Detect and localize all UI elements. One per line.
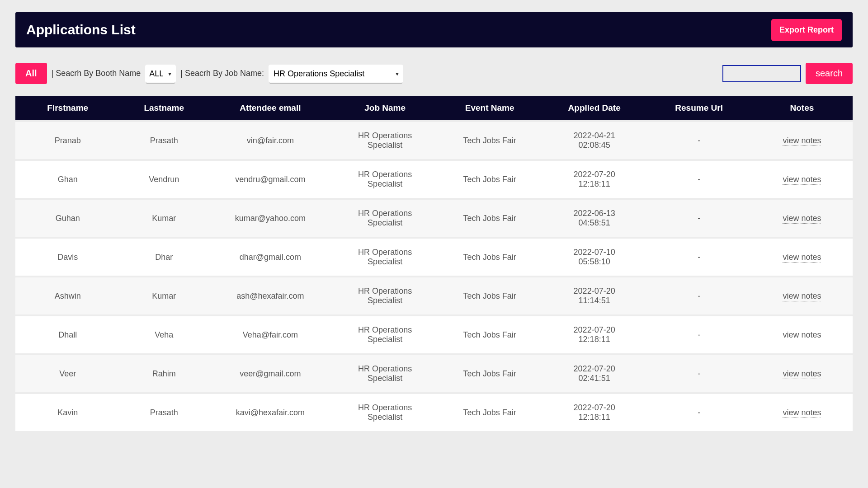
- booth-select[interactable]: ALL: [145, 65, 176, 83]
- cell-applied-date: 2022-07-2012:18:11: [542, 161, 647, 198]
- cell-email: Veha@fair.com: [208, 316, 333, 353]
- col-notes: Notes: [751, 96, 853, 120]
- job-filter-label: | Seacrh By Job Name:: [180, 69, 264, 78]
- table-row: KavinPrasathkavi@hexafair.comHR Operatio…: [15, 394, 853, 431]
- cell-resume-url: -: [646, 355, 751, 392]
- cell-firstname: Ashwin: [15, 277, 120, 314]
- col-firstname: Firstname: [15, 96, 120, 120]
- col-applied-date: Applied Date: [542, 96, 647, 120]
- table-row: GhanVendrunvendru@gmail.comHR Operations…: [15, 161, 853, 198]
- cell-lastname: Rahim: [120, 355, 208, 392]
- view-notes-link[interactable]: view notes: [783, 175, 821, 185]
- table-row: VeerRahimveer@gmail.comHR OperationsSpec…: [15, 355, 853, 392]
- booth-select-wrap: ALL ▾: [145, 65, 176, 83]
- view-notes-link[interactable]: view notes: [783, 253, 821, 263]
- cell-event-name: Tech Jobs Fair: [437, 394, 542, 431]
- cell-job-name: HR OperationsSpecialist: [333, 355, 438, 392]
- col-resume-url: Resume Url: [646, 96, 751, 120]
- cell-notes: view notes: [751, 355, 853, 392]
- cell-resume-url: -: [646, 122, 751, 159]
- cell-email: dhar@gmail.com: [208, 239, 333, 276]
- col-lastname: Lastname: [120, 96, 208, 120]
- cell-resume-url: -: [646, 316, 751, 353]
- cell-firstname: Veer: [15, 355, 120, 392]
- applications-table: Firstname Lastname Attendee email Job Na…: [15, 94, 853, 433]
- col-event-name: Event Name: [437, 96, 542, 120]
- cell-job-name: HR OperationsSpecialist: [333, 200, 438, 237]
- cell-email: vendru@gmail.com: [208, 161, 333, 198]
- view-notes-link[interactable]: view notes: [783, 291, 821, 301]
- cell-notes: view notes: [751, 161, 853, 198]
- cell-lastname: Vendrun: [120, 161, 208, 198]
- cell-firstname: Kavin: [15, 394, 120, 431]
- cell-resume-url: -: [646, 277, 751, 314]
- cell-event-name: Tech Jobs Fair: [437, 200, 542, 237]
- filter-all-button[interactable]: All: [15, 63, 47, 84]
- table-row: DavisDhardhar@gmail.comHR OperationsSpec…: [15, 239, 853, 276]
- cell-notes: view notes: [751, 200, 853, 237]
- view-notes-link[interactable]: view notes: [783, 408, 821, 418]
- page-title: Applications List: [26, 22, 136, 38]
- cell-email: kavi@hexafair.com: [208, 394, 333, 431]
- cell-job-name: HR OperationsSpecialist: [333, 239, 438, 276]
- cell-resume-url: -: [646, 200, 751, 237]
- cell-firstname: Pranab: [15, 122, 120, 159]
- job-select[interactable]: HR Operations Specialist: [269, 65, 403, 83]
- cell-firstname: Ghan: [15, 161, 120, 198]
- view-notes-link[interactable]: view notes: [783, 214, 821, 224]
- table-row: DhallVehaVeha@fair.comHR OperationsSpeci…: [15, 316, 853, 353]
- cell-job-name: HR OperationsSpecialist: [333, 161, 438, 198]
- cell-firstname: Dhall: [15, 316, 120, 353]
- cell-event-name: Tech Jobs Fair: [437, 355, 542, 392]
- cell-resume-url: -: [646, 394, 751, 431]
- cell-event-name: Tech Jobs Fair: [437, 316, 542, 353]
- cell-email: kumar@yahoo.com: [208, 200, 333, 237]
- table-row: AshwinKumarash@hexafair.comHR Operations…: [15, 277, 853, 314]
- cell-applied-date: 2022-07-2012:18:11: [542, 394, 647, 431]
- cell-firstname: Guhan: [15, 200, 120, 237]
- cell-event-name: Tech Jobs Fair: [437, 161, 542, 198]
- search-button[interactable]: search: [806, 63, 853, 84]
- cell-notes: view notes: [751, 394, 853, 431]
- table-row: PranabPrasathvin@fair.comHR OperationsSp…: [15, 122, 853, 159]
- view-notes-link[interactable]: view notes: [783, 136, 821, 146]
- cell-lastname: Kumar: [120, 277, 208, 314]
- cell-lastname: Prasath: [120, 122, 208, 159]
- cell-job-name: HR OperationsSpecialist: [333, 277, 438, 314]
- page-header: Applications List Export Report: [15, 12, 853, 47]
- cell-applied-date: 2022-07-2002:41:51: [542, 355, 647, 392]
- cell-resume-url: -: [646, 239, 751, 276]
- applications-table-wrap: Firstname Lastname Attendee email Job Na…: [15, 94, 853, 433]
- cell-event-name: Tech Jobs Fair: [437, 277, 542, 314]
- cell-email: veer@gmail.com: [208, 355, 333, 392]
- cell-notes: view notes: [751, 277, 853, 314]
- search-input[interactable]: [722, 65, 801, 82]
- cell-event-name: Tech Jobs Fair: [437, 239, 542, 276]
- cell-resume-url: -: [646, 161, 751, 198]
- export-report-button[interactable]: Export Report: [771, 19, 842, 41]
- cell-lastname: Kumar: [120, 200, 208, 237]
- cell-notes: view notes: [751, 316, 853, 353]
- cell-event-name: Tech Jobs Fair: [437, 122, 542, 159]
- col-attendee-email: Attendee email: [208, 96, 333, 120]
- view-notes-link[interactable]: view notes: [783, 369, 821, 379]
- cell-lastname: Prasath: [120, 394, 208, 431]
- cell-notes: view notes: [751, 122, 853, 159]
- cell-applied-date: 2022-07-2011:14:51: [542, 277, 647, 314]
- cell-job-name: HR OperationsSpecialist: [333, 122, 438, 159]
- table-row: GuhanKumarkumar@yahoo.comHR OperationsSp…: [15, 200, 853, 237]
- table-header-row: Firstname Lastname Attendee email Job Na…: [15, 96, 853, 120]
- cell-lastname: Veha: [120, 316, 208, 353]
- cell-lastname: Dhar: [120, 239, 208, 276]
- cell-job-name: HR OperationsSpecialist: [333, 394, 438, 431]
- booth-filter-label: | Seacrh By Booth Name: [52, 69, 141, 78]
- cell-applied-date: 2022-06-1304:58:51: [542, 200, 647, 237]
- cell-applied-date: 2022-07-2012:18:11: [542, 316, 647, 353]
- view-notes-link[interactable]: view notes: [783, 330, 821, 340]
- job-select-wrap: HR Operations Specialist ▾: [269, 65, 403, 83]
- cell-job-name: HR OperationsSpecialist: [333, 316, 438, 353]
- col-job-name: Job Name: [333, 96, 438, 120]
- cell-firstname: Davis: [15, 239, 120, 276]
- cell-applied-date: 2022-07-1005:58:10: [542, 239, 647, 276]
- cell-notes: view notes: [751, 239, 853, 276]
